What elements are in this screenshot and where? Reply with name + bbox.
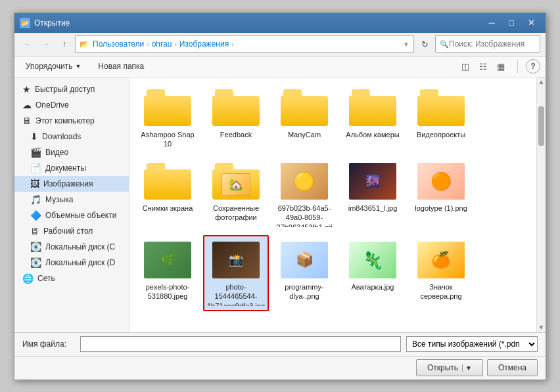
breadcrumb-users[interactable]: Пользователи <box>91 39 145 49</box>
help-button[interactable]: ? <box>526 59 540 74</box>
quick-access-icon: ★ <box>22 84 31 95</box>
open-button[interactable]: Открыть ▼ <box>416 359 483 376</box>
folder-thumbnail <box>417 88 465 127</box>
new-folder-button[interactable]: Новая папка <box>92 58 150 75</box>
forward-button[interactable]: → <box>38 36 54 52</box>
breadcrumb-ohrau[interactable]: ohrau <box>151 39 174 49</box>
open-label: Открыть <box>427 363 458 372</box>
search-box: 🔍 <box>435 35 540 53</box>
list-item[interactable]: Альбом камеры <box>340 83 406 154</box>
images-icon: 🖼 <box>30 179 39 189</box>
file-name: 697b023b-64a5-49a0-8059-27b963453fb1.gif <box>273 204 336 227</box>
list-item[interactable]: 🌿 pexels-photo-531880.jpeg <box>135 235 200 311</box>
sidebar-item-local-c[interactable]: 💽 Локальный диск (C <box>14 239 129 255</box>
filename-label: Имя файла: <box>22 339 75 349</box>
folder-thumbnail <box>212 88 260 127</box>
list-item[interactable]: 🏡 Сохраненные фотографии <box>203 156 269 232</box>
docs-icon: 📄 <box>30 163 41 173</box>
separator <box>517 60 518 73</box>
video-label: Видео <box>45 148 68 157</box>
sidebar-item-network[interactable]: 🌐 Сеть <box>14 271 129 286</box>
sidebar-item-quick-access[interactable]: ★ Быстрый доступ <box>14 81 129 97</box>
image-thumbnail: 🌆 <box>349 162 396 201</box>
view-list-button[interactable]: ☷ <box>475 58 492 75</box>
desktop-label: Рабочий стол <box>43 227 93 236</box>
file-name: Альбом камеры <box>341 130 404 139</box>
open-dropdown-icon[interactable]: ▼ <box>462 364 472 372</box>
sidebar-item-onedrive[interactable]: ☁ OneDrive <box>14 97 129 113</box>
list-item[interactable]: Снимки экрана <box>135 156 200 232</box>
filename-bar: Имя файла: Все типы изображений (*.pdn <box>14 332 546 356</box>
file-name: Feedback <box>204 130 268 139</box>
3dobjects-label: Объемные объекти <box>45 211 116 220</box>
view-extra-button[interactable]: ◫ <box>457 58 474 75</box>
list-item[interactable]: ManyCam <box>271 83 337 154</box>
list-item[interactable]: 🟡 697b023b-64a5-49a0-8059-27b963453fb1.g… <box>271 156 337 232</box>
sidebar-item-local-d[interactable]: 💽 Локальный диск (D <box>14 255 129 271</box>
up-button[interactable]: ↑ <box>57 36 72 52</box>
filetype-select[interactable]: Все типы изображений (*.pdn <box>406 336 538 352</box>
sidebar-item-music[interactable]: 🎵 Музыка <box>14 192 129 207</box>
list-item[interactable]: 📦 programmy-dlya-.png <box>271 235 337 311</box>
cancel-button[interactable]: Отмена <box>487 359 538 376</box>
maximize-button[interactable]: □ <box>502 16 521 30</box>
music-label: Музыка <box>45 195 73 204</box>
file-name: Снимки экрана <box>136 204 199 213</box>
sidebar-item-downloads[interactable]: ⬇ Downloads <box>14 129 129 144</box>
filename-input[interactable] <box>80 336 401 352</box>
network-label: Сеть <box>37 274 55 283</box>
list-item[interactable]: Ashampoo Snap 10 <box>135 83 200 154</box>
minimize-button[interactable]: ─ <box>482 16 501 30</box>
breadcrumb: Пользователи › ohrau › Изображения › <box>91 39 233 49</box>
back-button[interactable]: ← <box>20 36 35 52</box>
organize-dropdown-icon: ▼ <box>75 63 81 70</box>
list-item[interactable]: Видеопроекты <box>408 83 474 154</box>
new-folder-label: Новая папка <box>98 62 144 71</box>
sidebar-item-docs[interactable]: 📄 Документы <box>14 160 129 176</box>
scroll-up-button[interactable]: ▲ <box>537 77 546 87</box>
sidebar: ★ Быстрый доступ ☁ OneDrive 🖥 Этот компь… <box>14 77 129 332</box>
list-item[interactable]: 📸 photo-1544465544-1b71aee9dfa3.jpg <box>203 235 269 311</box>
scrollbar[interactable]: ▲ ▼ <box>536 77 546 332</box>
sidebar-item-3dobjects[interactable]: 🔷 Объемные объекти <box>14 207 129 223</box>
refresh-button[interactable]: ↻ <box>417 36 432 52</box>
file-name: pexels-photo-531880.jpeg <box>136 282 199 301</box>
sidebar-item-desktop[interactable]: 🖥 Рабочий стол <box>14 223 129 239</box>
sidebar-item-this-pc[interactable]: 🖥 Этот компьютер <box>14 113 129 129</box>
address-dropdown[interactable]: ▼ <box>403 41 409 48</box>
scrollbar-thumb[interactable] <box>538 106 544 146</box>
scroll-down-button[interactable]: ▼ <box>537 323 546 332</box>
folder-thumbnail <box>144 88 191 127</box>
breadcrumb-images[interactable]: Изображения <box>178 39 230 49</box>
secondary-toolbar: Упорядочить ▼ Новая папка ◫ ☷ ▦ ? <box>14 56 546 77</box>
address-bar: 📂 Пользователи › ohrau › Изображения › ▼ <box>75 35 414 53</box>
view-buttons: ◫ ☷ ▦ <box>457 58 509 75</box>
3dobjects-icon: 🔷 <box>30 210 41 221</box>
this-pc-label: Этот компьютер <box>35 116 95 125</box>
sidebar-item-video[interactable]: 🎬 Видео <box>14 144 129 160</box>
window-icon: 📂 <box>20 18 30 28</box>
local-d-icon: 💽 <box>30 257 41 268</box>
action-buttons: Открыть ▼ Отмена <box>14 356 546 380</box>
list-item[interactable]: 🌆 im843651_l.jpg <box>340 156 406 232</box>
file-name: photo-1544465544-1b71aee9dfa3.jpg <box>204 282 268 306</box>
view-grid-button[interactable]: ▦ <box>492 58 509 75</box>
image-thumbnail: 📦 <box>281 240 328 280</box>
local-d-label: Локальный диск (D <box>45 258 115 267</box>
main-content: ★ Быстрый доступ ☁ OneDrive 🖥 Этот компь… <box>14 77 546 332</box>
search-input[interactable] <box>449 39 536 49</box>
network-icon: 🌐 <box>22 273 34 284</box>
file-name: Видеопроекты <box>409 130 473 139</box>
list-item[interactable]: 🍊 Значок сервера.png <box>408 235 474 311</box>
list-item[interactable]: Feedback <box>203 83 269 154</box>
titlebar-controls: ─ □ ✕ <box>482 16 540 30</box>
sidebar-item-images[interactable]: 🖼 Изображения <box>14 176 129 192</box>
music-icon: 🎵 <box>30 194 41 205</box>
organize-button[interactable]: Упорядочить ▼ <box>20 58 87 75</box>
folder-thumbnail <box>349 88 396 127</box>
close-button[interactable]: ✕ <box>522 16 540 30</box>
video-icon: 🎬 <box>30 147 41 158</box>
list-item[interactable]: 🟠 logotype (1).png <box>408 156 474 232</box>
help-icon: ? <box>530 62 535 71</box>
list-item[interactable]: 🦎 Аватарка.jpg <box>340 235 406 311</box>
